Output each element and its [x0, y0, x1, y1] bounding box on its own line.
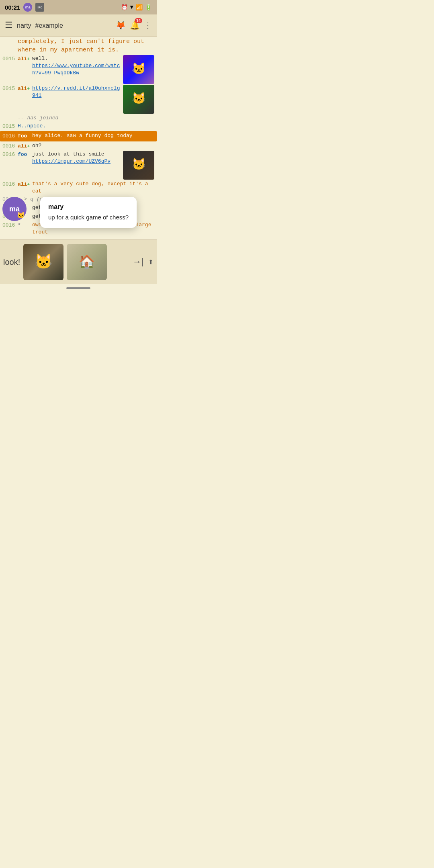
system-text: -- has joined [18, 115, 58, 122]
bottom-area: look! 🐱 🏠 →| ⬆ [0, 240, 157, 284]
status-bar: 00:21 ma IRC ⏰ ▼ 📶 🔋 [0, 0, 157, 14]
line-content: https://v.redd.it/al0uhxnclg941 🐱 [32, 85, 154, 114]
server-name: narty [17, 22, 31, 29]
line-number [2, 115, 18, 115]
nick-ali: ali+ [18, 55, 32, 63]
line-number: 0016 [2, 180, 18, 188]
highlighted-chat-line: 0016 foo hey alice. saw a funny dog toda… [0, 131, 157, 141]
line-content: just look at this smile https://imgur.co… [32, 151, 154, 180]
line-number: 0015 [2, 123, 18, 130]
line-content: hey alice. saw a funny dog today [32, 132, 154, 139]
reddit-thumbnail[interactable]: 🐱 [123, 85, 154, 114]
status-left: 00:21 ma IRC [5, 3, 44, 12]
line-number: 0015 [2, 55, 18, 63]
plus-sign: + [27, 182, 30, 187]
plus-sign: + [27, 86, 30, 91]
cat-tower-image: 🏠 [67, 244, 107, 280]
system-line: -- has joined [0, 114, 157, 122]
chat-line: 0016 foo just look at this smile https:/… [0, 150, 157, 180]
nick-ali: ali+ [18, 180, 32, 188]
nick-foo: foo [18, 132, 32, 140]
tooltip-user-name: mary [48, 203, 129, 211]
line-content: oh? [32, 142, 154, 149]
scroll-indicator [66, 287, 90, 289]
bottom-thumb-2[interactable]: 🏠 [67, 244, 107, 280]
tabby-cat-image: 🐱 [23, 244, 63, 280]
top-bar: ☰ narty #example 🦊 🔔 14 ⋮ [0, 14, 157, 37]
tab-complete-button[interactable]: →| [134, 257, 145, 267]
status-app-icon: IRC [35, 3, 44, 12]
line-number: 0016 [2, 142, 18, 150]
tooltip-message: up for a quick game of chess? [48, 213, 129, 221]
imgur-thumbnail[interactable]: 🐱 [123, 151, 154, 180]
line-content: that's a very cute dog, except it's a ca… [32, 180, 154, 195]
user-avatar[interactable]: ma 🐱 [2, 197, 27, 221]
scroll-indicator-area [0, 284, 157, 292]
line-number: 0015 [2, 85, 18, 92]
chat-line: 0015 ali+ https://v.redd.it/al0uhxnclg94… [0, 84, 157, 114]
chat-line: 0015 ali+ well. https://www.youtube.com/… [0, 55, 157, 84]
chat-line-partial: 0015 H..npice. [0, 122, 157, 131]
reddit-link[interactable]: https://v.redd.it/al0uhxnclg941 [32, 85, 120, 98]
more-options-icon[interactable]: ⋮ [144, 20, 152, 31]
battery-icon: 🔋 [145, 4, 152, 11]
upload-button[interactable]: ⬆ [148, 257, 154, 268]
partial-text: H..npice. [18, 123, 46, 130]
notification-badge: 14 [135, 18, 142, 23]
nick-ali: ali+ [18, 142, 32, 150]
youtube-link[interactable]: https://www.youtube.com/watch?v=99_PwqdD… [32, 63, 120, 76]
chat-line: 0016 ali+ oh? [0, 142, 157, 150]
nick-foo: foo [18, 151, 32, 158]
line-number: 0016 [2, 151, 18, 158]
plus-sign: + [27, 57, 30, 61]
tooltip-popup: mary up for a quick game of chess? [40, 197, 137, 228]
status-avatar: ma [23, 3, 32, 12]
channel-name[interactable]: #example [35, 22, 63, 29]
menu-button[interactable]: ☰ [5, 20, 13, 31]
nick-action: * [18, 221, 32, 229]
line-number: 0016 [2, 221, 18, 229]
chat-continuation: completely, I just can't figure out wher… [0, 37, 157, 55]
notification-bell[interactable]: 🔔 14 [130, 20, 140, 31]
chat-line: 0016 ali+ that's a very cute dog, except… [0, 180, 157, 195]
wifi-icon: ▼ [130, 4, 133, 10]
continuation-text: completely, I just can't figure out wher… [18, 37, 154, 54]
alarm-icon: ⏰ [121, 4, 128, 11]
bottom-label: look! [3, 258, 20, 267]
status-right: ⏰ ▼ 📶 🔋 [121, 4, 152, 11]
bottom-thumb-1[interactable]: 🐱 [23, 244, 63, 280]
signal-icon: 📶 [136, 4, 143, 11]
imgur-link[interactable]: https://imgur.com/UZV6qPv [32, 158, 111, 164]
avatar-initials: ma [9, 205, 20, 213]
line-number: 0016 [2, 132, 18, 140]
plus-sign: + [27, 144, 30, 149]
nick-ali: ali+ [18, 85, 32, 92]
fox-icon[interactable]: 🦊 [116, 20, 126, 31]
status-time: 00:21 [5, 4, 20, 11]
line-content: well. https://www.youtube.com/watch?v=99… [32, 55, 154, 84]
youtube-thumbnail[interactable]: 🐱 [123, 55, 154, 84]
